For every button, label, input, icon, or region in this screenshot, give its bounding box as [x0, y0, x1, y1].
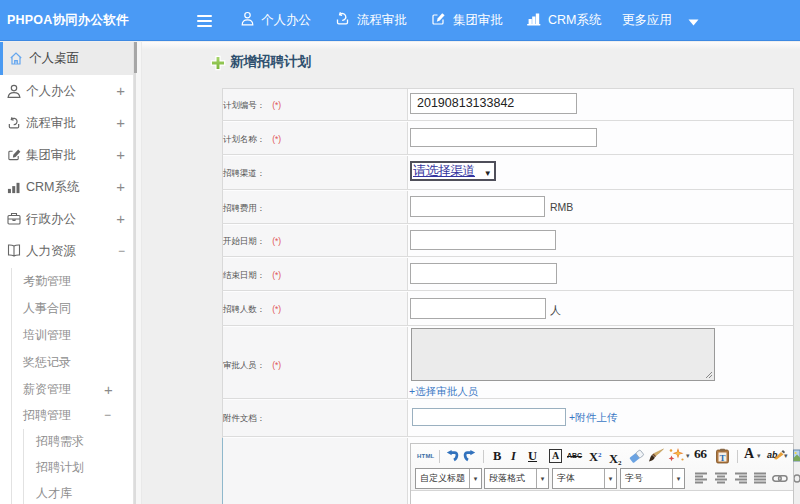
svg-text:T: T — [719, 453, 725, 463]
